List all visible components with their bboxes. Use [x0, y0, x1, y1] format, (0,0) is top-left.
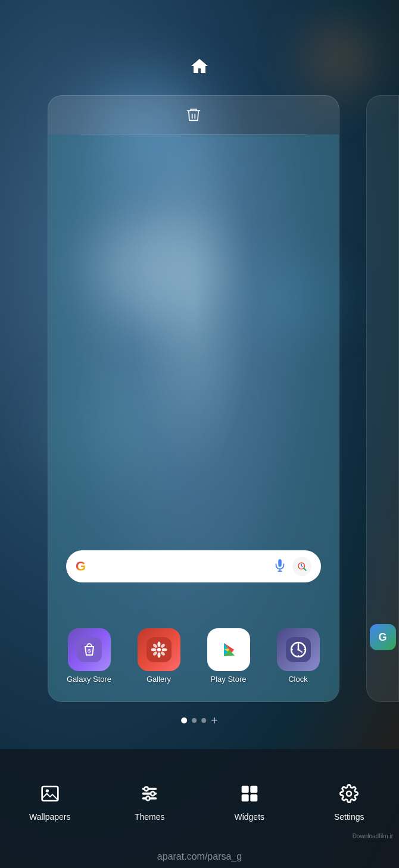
svg-point-38: [347, 791, 351, 796]
gallery-label: Gallery: [146, 675, 171, 684]
home-icon-top[interactable]: [190, 57, 209, 80]
card-wallpaper: [48, 134, 339, 701]
page-indicators: +: [181, 715, 218, 726]
wallpapers-icon: [40, 784, 60, 807]
toolbar-widgets[interactable]: Widgets: [208, 784, 291, 822]
app-item-clock[interactable]: Clock: [269, 628, 328, 684]
page-dot-2[interactable]: [192, 718, 197, 723]
toolbar-themes[interactable]: Themes: [108, 784, 191, 822]
themes-icon: [140, 784, 159, 807]
play-store-label: Play Store: [211, 675, 247, 684]
add-page-button[interactable]: +: [211, 715, 218, 726]
galaxy-store-icon: [68, 628, 111, 671]
app-item-play-store[interactable]: Play Store: [199, 628, 258, 684]
galaxy-store-label: Galaxy Store: [67, 675, 111, 684]
app-item-galaxy-store[interactable]: Galaxy Store: [60, 628, 119, 684]
clock-label: Clock: [288, 675, 308, 684]
svg-line-3: [304, 568, 306, 571]
svg-rect-34: [241, 785, 248, 792]
watermark-downloadfilm: Downloadfilm.ir: [353, 833, 393, 839]
svg-point-33: [146, 796, 150, 800]
settings-icon: [339, 784, 359, 807]
trash-area: [48, 96, 339, 135]
svg-point-27: [45, 789, 48, 792]
app-dock: Galaxy Store: [48, 628, 339, 684]
widgets-icon: [240, 784, 259, 807]
watermark-aparat: aparat.com/parsa_g: [0, 851, 399, 862]
home-screen-card[interactable]: G: [48, 95, 339, 702]
svg-point-11: [161, 648, 167, 651]
card-blob: [96, 215, 215, 322]
svg-point-31: [145, 786, 149, 791]
themes-label: Themes: [135, 812, 165, 822]
svg-point-8: [157, 642, 160, 647]
side-card-preview[interactable]: G: [366, 95, 399, 702]
gallery-icon: [138, 628, 180, 671]
clock-icon: [277, 628, 320, 671]
mic-icon[interactable]: [273, 559, 286, 575]
trash-icon[interactable]: [185, 106, 202, 127]
app-item-gallery[interactable]: Gallery: [129, 628, 189, 684]
svg-rect-35: [250, 785, 257, 792]
google-logo: G: [76, 559, 86, 574]
play-store-icon: [207, 628, 250, 671]
side-app-icon: G: [370, 624, 396, 650]
page-dot-3[interactable]: [201, 718, 206, 723]
google-search-bar[interactable]: G: [66, 550, 321, 582]
svg-point-32: [151, 791, 155, 795]
svg-rect-36: [241, 794, 248, 801]
toolbar-wallpapers[interactable]: Wallpapers: [8, 784, 92, 822]
toolbar-settings[interactable]: Settings: [307, 784, 391, 822]
svg-point-21: [297, 649, 299, 651]
svg-point-7: [157, 648, 161, 651]
wallpapers-label: Wallpapers: [29, 812, 71, 822]
svg-rect-37: [250, 794, 257, 801]
page-dot-home[interactable]: [181, 717, 187, 723]
svg-rect-26: [42, 786, 58, 801]
google-lens-icon[interactable]: [292, 557, 311, 576]
svg-point-9: [157, 653, 160, 658]
bottom-toolbar: Wallpapers Themes Widgets: [0, 749, 399, 868]
svg-point-10: [151, 648, 156, 651]
widgets-label: Widgets: [234, 812, 264, 822]
settings-label: Settings: [334, 812, 364, 822]
